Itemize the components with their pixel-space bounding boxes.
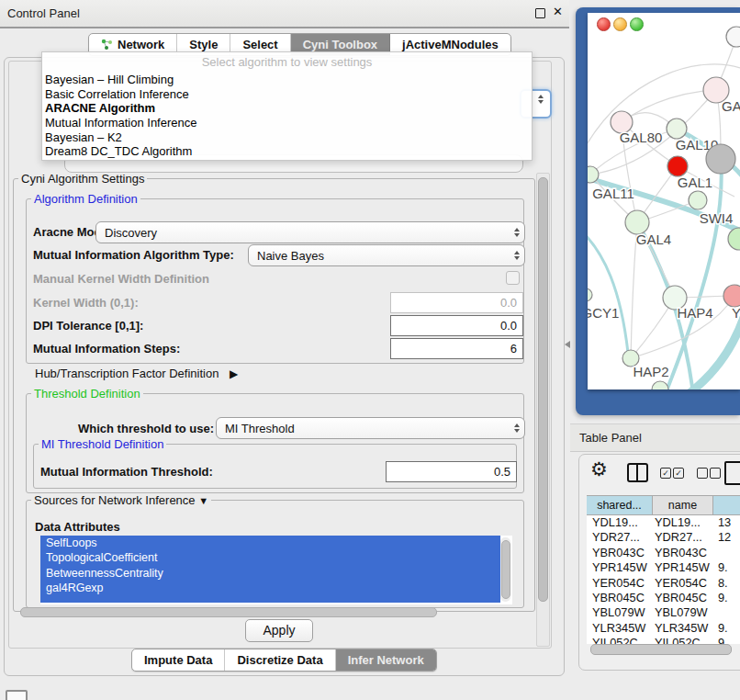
algorithm-option[interactable]: Mutual Information Inference <box>42 116 532 130</box>
minimized-panel-icon[interactable] <box>6 690 28 700</box>
table-cell: YPR145W <box>653 560 713 575</box>
table-cell: YPR145W <box>587 560 653 575</box>
network-node-gcy1[interactable] <box>588 288 592 301</box>
attribute-item[interactable]: TopologicalCoefficient <box>40 550 500 565</box>
minimize-traffic-light[interactable] <box>613 17 627 31</box>
algorithm-option[interactable]: Dream8 DC_TDC Algorithm <box>42 144 532 159</box>
column-header[interactable]: name <box>653 496 713 514</box>
node-label: GAL11 <box>592 186 634 201</box>
attribute-item[interactable]: gal4RGexp <box>40 581 500 595</box>
tab-infer-network[interactable]: Infer Network <box>336 649 436 671</box>
close-icon[interactable]: ✕ <box>553 5 563 18</box>
table-row[interactable]: YBR043CYBR043C <box>587 546 740 560</box>
node-label: HAP2 <box>633 364 668 379</box>
form-vertical-scrollbar[interactable] <box>536 173 550 647</box>
aracne-mode-select[interactable]: Discovery <box>95 221 525 243</box>
scrollbar-thumb[interactable] <box>20 607 437 617</box>
table-row[interactable]: YPR145WYPR145W9. <box>587 560 740 575</box>
nodes-layer: GALGAL80GAL10GAL1SWI4GAL11GAL4GCY1HAP4YH… <box>588 27 740 390</box>
dropdown-placeholder: Select algorithm to view settings <box>42 52 532 73</box>
network-node-gal11[interactable] <box>588 166 599 183</box>
scrollbar-thumb[interactable] <box>501 540 510 599</box>
attribute-item[interactable]: SelfLoops <box>40 536 500 550</box>
table-row[interactable]: YLR345WYLR345W9. <box>587 621 740 636</box>
table-cell: YBR043C <box>653 546 713 560</box>
data-attributes-label: Data Attributes <box>35 520 120 534</box>
select-all-checkbox-icon[interactable]: ✓ <box>673 468 684 479</box>
table-row[interactable]: YIL052CYIL052C9. <box>587 636 740 644</box>
network-node[interactable] <box>706 144 735 174</box>
hub-definition-toggle[interactable]: Hub/Transcription Factor Definition ▶ <box>35 367 238 380</box>
expand-arrow-icon[interactable]: ▶ <box>230 367 238 380</box>
which-threshold-value: MI Threshold <box>217 422 510 435</box>
gear-icon[interactable]: ⚙ <box>590 458 608 480</box>
manual-kernel-checkbox[interactable] <box>506 271 520 285</box>
table-cell: YER054C <box>587 576 653 591</box>
tab-label: Discretize Data <box>237 653 322 667</box>
float-panel-icon[interactable] <box>535 8 545 18</box>
attribute-item[interactable]: BetweennessCentrality <box>40 566 500 581</box>
table-cell <box>713 605 740 620</box>
table-row[interactable]: YBL079WYBL079W <box>587 605 740 620</box>
network-node-gal10[interactable] <box>667 119 687 139</box>
kernel-width-label: Kernel Width (0,1): <box>33 296 139 310</box>
algorithm-option[interactable]: Basic Correlation Inference <box>42 87 532 102</box>
table-row[interactable]: YDR27...YDR27...12 <box>587 530 740 545</box>
select-all-checkbox-icon[interactable]: ✓ <box>660 468 671 479</box>
network-node[interactable] <box>728 228 740 250</box>
algorithm-option[interactable]: Bayesian – Hill Climbing <box>42 73 532 87</box>
scrollbar-thumb[interactable] <box>590 644 732 655</box>
table-cell: YLR345W <box>653 621 713 636</box>
splitter-collapse-icon[interactable] <box>565 341 570 348</box>
network-node[interactable] <box>726 27 740 47</box>
table-cell: YBR045C <box>587 591 653 605</box>
collapse-arrow-icon[interactable]: ▼ <box>198 495 208 506</box>
table-header-row: shared...name <box>587 495 740 515</box>
list-scrollbar[interactable] <box>500 537 510 602</box>
close-traffic-light[interactable] <box>597 17 611 31</box>
mi-threshold-field[interactable]: 0.5 <box>386 461 517 482</box>
apply-button[interactable]: Apply <box>245 619 313 642</box>
node-label: GAL4 <box>636 231 671 247</box>
scrollbar-thumb[interactable] <box>538 177 548 602</box>
dpi-tolerance-field[interactable]: 0.0 <box>390 315 523 336</box>
tab-discretize-data[interactable]: Discretize Data <box>225 649 335 671</box>
form-horizontal-scrollbar[interactable] <box>13 607 533 617</box>
stepper-icon <box>510 251 524 260</box>
algorithm-option[interactable]: ARACNE Algorithm <box>42 101 532 116</box>
deselect-all-checkbox-icon[interactable] <box>697 468 708 479</box>
deselect-all-checkbox-icon[interactable] <box>710 468 721 479</box>
mi-steps-field[interactable]: 6 <box>390 338 523 359</box>
which-threshold-select[interactable]: MI Threshold <box>216 417 525 439</box>
network-node-y[interactable] <box>723 285 740 307</box>
function-builder-icon[interactable] <box>724 461 740 485</box>
network-node[interactable] <box>652 381 668 390</box>
node-label: SWI4 <box>700 210 734 226</box>
table-horizontal-scrollbar[interactable] <box>585 644 735 655</box>
network-node[interactable] <box>667 156 688 176</box>
zoom-traffic-light[interactable] <box>630 17 644 31</box>
algorithm-option[interactable]: Bayesian – K2 <box>42 130 532 145</box>
network-node-gal1[interactable] <box>689 191 707 209</box>
table-row[interactable]: YER054CYER054C8. <box>587 576 740 591</box>
aracne-mode-value: Discovery <box>96 226 510 240</box>
sources-title: Sources for Network Inference ▼ <box>31 493 211 507</box>
group-title: Cyni Algorithm Settings <box>18 172 147 186</box>
table-cell: YDL19... <box>653 515 713 530</box>
tab-label: Cyni Toolbox <box>303 38 377 51</box>
network-canvas[interactable]: GALGAL80GAL10GAL1SWI4GAL11GAL4GCY1HAP4YH… <box>588 13 740 390</box>
table-panel: ⚙ ✓ ✓ shared...name YDL19...YDL19...13YD… <box>578 454 740 671</box>
column-header[interactable] <box>713 496 740 514</box>
attribute-item[interactable] <box>40 595 500 603</box>
mi-steps-label: Mutual Information Steps: <box>33 342 180 356</box>
table-row[interactable]: YDL19...YDL19...13 <box>587 515 740 530</box>
tab-impute-data[interactable]: Impute Data <box>132 649 225 671</box>
hub-definition-label: Hub/Transcription Factor Definition <box>35 367 219 380</box>
kernel-width-field[interactable]: 0.0 <box>390 292 523 313</box>
table-row[interactable]: YBR045CYBR045C9. <box>587 591 740 605</box>
columns-icon[interactable] <box>627 463 648 482</box>
network-view-window[interactable]: GALGAL80GAL10GAL1SWI4GAL11GAL4GCY1HAP4YH… <box>576 7 740 415</box>
mi-type-select[interactable]: Naive Bayes <box>248 244 525 266</box>
column-header[interactable]: shared... <box>587 496 653 514</box>
data-attributes-list: SelfLoopsTopologicalCoefficientBetweenne… <box>40 536 512 604</box>
